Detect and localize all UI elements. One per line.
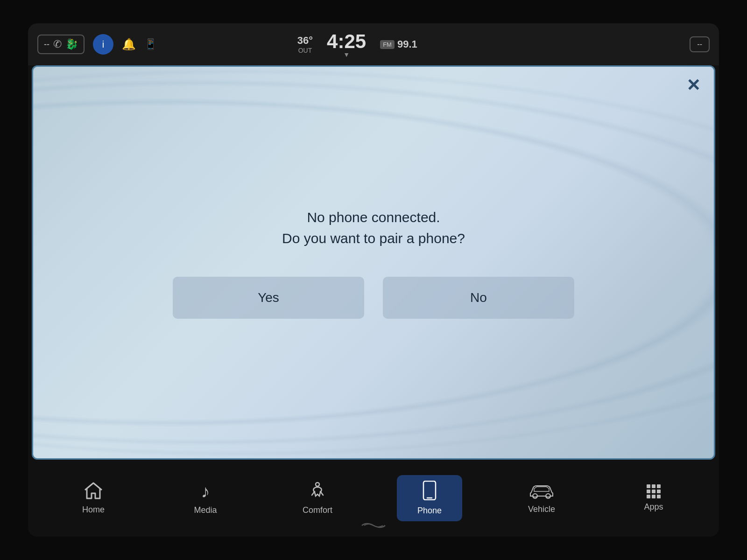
close-button[interactable]: ✕ [682, 74, 705, 97]
media-icon: ♪ [201, 482, 210, 502]
phone-call-icon: ✆ [53, 38, 62, 50]
svg-rect-1 [423, 481, 436, 500]
dialog-line2: Do you want to pair a phone? [282, 228, 465, 249]
dialog-line1: No phone connected. [282, 207, 465, 228]
radio-frequency: 99.1 [397, 38, 417, 50]
temperature-label: OUT [297, 47, 313, 54]
temperature-display: 36° OUT [297, 35, 313, 54]
car-logo-center [359, 521, 388, 532]
radio-display: FM 99.1 [380, 38, 417, 50]
status-bar: -- ✆ 🐉 i 🔔 📱 36° OUT 4:25 ▼ FM 99.1 -- [28, 23, 719, 65]
nav-item-comfort[interactable]: Comfort [285, 481, 350, 515]
profile-icon[interactable]: i [93, 34, 113, 55]
dash-label: -- [44, 40, 49, 49]
time-value: 4:25 [327, 30, 366, 53]
status-center: 36° OUT 4:25 ▼ FM 99.1 [297, 30, 417, 58]
vehicle-label: Vehicle [528, 504, 555, 514]
nav-item-vehicle[interactable]: Vehicle [509, 482, 574, 514]
nav-item-home[interactable]: Home [61, 482, 126, 515]
svg-point-0 [316, 483, 319, 486]
vehicle-icon [528, 482, 556, 501]
right-dash-label: -- [697, 40, 702, 48]
nav-bar: Home ♪ Media Comfort [28, 460, 719, 537]
apps-icon [647, 484, 661, 498]
car-infotainment-screen: -- ✆ 🐉 i 🔔 📱 36° OUT 4:25 ▼ FM 99.1 -- [28, 23, 719, 537]
no-button[interactable]: No [383, 277, 574, 319]
phone-nav-icon [423, 481, 437, 502]
time-display[interactable]: 4:25 ▼ [327, 30, 366, 58]
home-label: Home [82, 505, 105, 515]
smiley-icon: 🐉 [65, 38, 78, 50]
apps-label: Apps [644, 502, 663, 512]
media-label: Media [194, 505, 217, 515]
phone-status-icon: 📱 [144, 38, 157, 50]
temperature-value: 36° [297, 35, 313, 47]
yes-button[interactable]: Yes [173, 277, 364, 319]
left-status-box: -- ✆ 🐉 [37, 35, 85, 54]
nav-item-phone[interactable]: Phone [397, 475, 462, 521]
comfort-icon [308, 481, 327, 502]
dialog-message: No phone connected. Do you want to pair … [282, 207, 465, 249]
dialog-container: No phone connected. Do you want to pair … [33, 67, 714, 458]
dialog-buttons: Yes No [173, 277, 574, 319]
notification-icon[interactable]: 🔔 [122, 38, 136, 51]
nav-item-media[interactable]: ♪ Media [173, 482, 238, 515]
nav-item-apps[interactable]: Apps [621, 484, 686, 512]
close-icon: ✕ [686, 76, 700, 95]
profile-symbol: i [102, 39, 104, 50]
home-icon [84, 482, 103, 501]
fm-badge: FM [380, 40, 395, 49]
time-chevron-icon: ▼ [343, 51, 350, 58]
comfort-label: Comfort [303, 505, 332, 515]
phone-label: Phone [417, 506, 442, 516]
right-status-box: -- [690, 36, 710, 52]
main-content-area: ✕ No phone connected. Do you want to pai… [32, 65, 715, 460]
